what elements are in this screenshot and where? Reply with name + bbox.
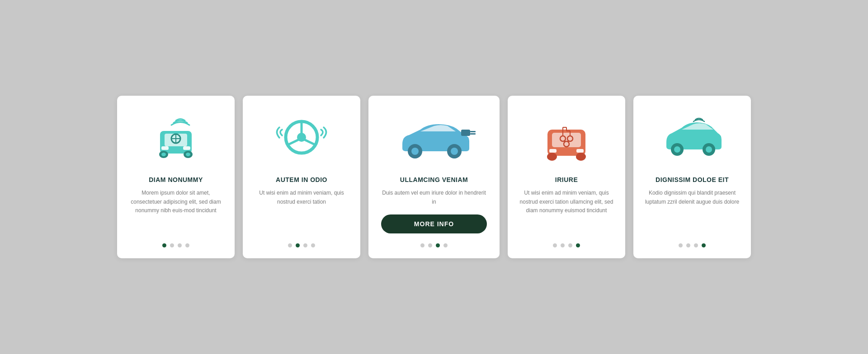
dot-3 bbox=[436, 243, 440, 247]
card-5-icon-area bbox=[643, 109, 741, 168]
card-5-title: DIGNISSIM DOLOE EIT bbox=[656, 176, 729, 183]
card-5-text: Kodio dignissim qui blandit praesent lup… bbox=[643, 189, 741, 233]
card-2: AUTEM IN ODIO Ut wisi enim ad minim veni… bbox=[243, 96, 360, 258]
svg-point-19 bbox=[451, 148, 458, 155]
svg-rect-38 bbox=[576, 149, 584, 153]
dot-1 bbox=[679, 243, 683, 247]
svg-rect-10 bbox=[183, 146, 190, 150]
card-5-dots bbox=[679, 243, 706, 247]
svg-rect-9 bbox=[161, 146, 169, 150]
svg-rect-21 bbox=[470, 131, 476, 132]
autonomous-car-front-icon bbox=[149, 114, 203, 163]
card-1: DIAM NONUMMY Morem ipsum dolor sit amet,… bbox=[117, 96, 235, 258]
card-3-text: Duis autem vel eum iriure dolor in hendr… bbox=[381, 189, 487, 206]
dot-2 bbox=[296, 243, 300, 247]
smart-car-side-icon bbox=[663, 116, 722, 161]
dot-4 bbox=[443, 243, 448, 247]
dot-4 bbox=[576, 243, 580, 247]
card-4-text: Ut wisi enim ad minim veniam, quis nostr… bbox=[518, 189, 615, 233]
steering-wheel-icon bbox=[272, 114, 331, 163]
dot-4 bbox=[702, 243, 706, 247]
connected-car-front-icon bbox=[539, 114, 594, 163]
card-1-dots bbox=[162, 243, 189, 247]
card-3-title: ULLAMCING VENIAM bbox=[400, 176, 468, 183]
svg-point-35 bbox=[547, 153, 557, 161]
dot-3 bbox=[694, 243, 698, 247]
card-1-text: Morem ipsum dolor sit amet, consectetuer… bbox=[127, 189, 225, 233]
dot-1 bbox=[288, 243, 292, 247]
svg-rect-22 bbox=[470, 133, 476, 135]
svg-rect-37 bbox=[549, 149, 557, 153]
svg-point-42 bbox=[706, 146, 712, 153]
dot-3 bbox=[178, 243, 182, 247]
svg-line-14 bbox=[288, 140, 298, 145]
svg-point-6 bbox=[161, 153, 166, 156]
card-1-title: DIAM NONUMMY bbox=[149, 176, 203, 183]
dot-2 bbox=[686, 243, 690, 247]
card-4-icon-area bbox=[518, 109, 615, 168]
svg-point-17 bbox=[411, 148, 419, 155]
svg-point-8 bbox=[186, 153, 190, 156]
dot-1 bbox=[162, 243, 166, 247]
card-2-dots bbox=[288, 243, 315, 247]
dot-2 bbox=[428, 243, 432, 247]
electric-car-side-icon bbox=[398, 116, 470, 161]
more-info-button[interactable]: MORE INFO bbox=[381, 214, 487, 233]
card-3-icon-area bbox=[381, 109, 487, 168]
dot-4 bbox=[311, 243, 315, 247]
card-2-text: Ut wisi enim ad minim veniam, quis nostr… bbox=[253, 189, 350, 233]
card-2-title: AUTEM IN ODIO bbox=[276, 176, 327, 183]
dot-3 bbox=[303, 243, 307, 247]
card-1-icon-area bbox=[127, 109, 225, 168]
svg-point-36 bbox=[576, 153, 586, 161]
card-5: DIGNISSIM DOLOE EIT Kodio dignissim qui … bbox=[633, 96, 751, 258]
dot-1 bbox=[420, 243, 425, 247]
card-3: ULLAMCING VENIAM Duis autem vel eum iriu… bbox=[368, 96, 500, 258]
card-4-dots bbox=[553, 243, 580, 247]
cards-container: DIAM NONUMMY Morem ipsum dolor sit amet,… bbox=[90, 78, 778, 276]
dot-3 bbox=[568, 243, 572, 247]
dot-1 bbox=[553, 243, 557, 247]
card-4: IRIURE Ut wisi enim ad minim veniam, qui… bbox=[508, 96, 625, 258]
svg-point-40 bbox=[674, 146, 680, 153]
card-4-title: IRIURE bbox=[555, 176, 578, 183]
svg-rect-24 bbox=[552, 133, 581, 147]
card-2-icon-area bbox=[253, 109, 350, 168]
dot-2 bbox=[561, 243, 565, 247]
svg-line-15 bbox=[305, 140, 316, 145]
svg-rect-20 bbox=[461, 130, 470, 136]
card-3-dots bbox=[420, 243, 448, 247]
dot-2 bbox=[170, 243, 174, 247]
dot-4 bbox=[185, 243, 189, 247]
